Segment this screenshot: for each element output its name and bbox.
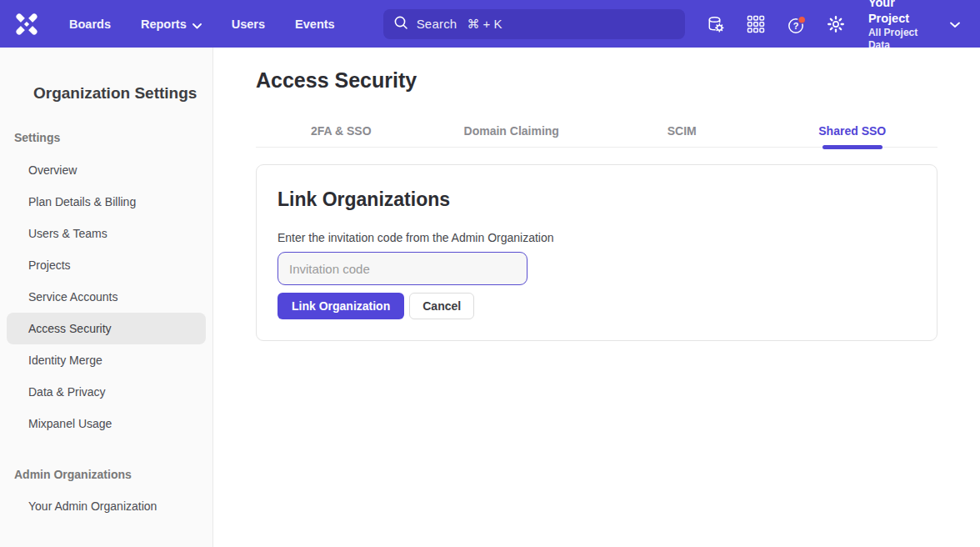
nav-item-boards[interactable]: Boards xyxy=(69,18,111,31)
link-organization-button[interactable]: Link Organization xyxy=(278,293,404,319)
tab-label: Domain Claiming xyxy=(464,124,559,138)
search-placeholder: Search xyxy=(417,17,458,31)
top-navigation: Boards Reports Users Events xyxy=(69,17,365,32)
sidebar-item-label: Overview xyxy=(28,163,77,177)
invitation-code-input[interactable] xyxy=(278,252,528,285)
sidebar-item-label: Data & Privacy xyxy=(28,385,106,399)
active-tab-underline xyxy=(822,145,882,149)
settings-gear-icon[interactable] xyxy=(827,15,845,33)
nav-label: Events xyxy=(295,18,335,31)
settings-sidebar: Organization Settings Settings Overview … xyxy=(0,48,213,547)
sidebar-item-label: Identity Merge xyxy=(28,354,102,367)
tab-label: SCIM xyxy=(668,124,697,138)
section-label-admin-organizations: Admin Organizations xyxy=(14,468,212,484)
invitation-code-label: Enter the invitation code from the Admin… xyxy=(278,231,916,244)
nav-label: Boards xyxy=(69,18,111,31)
sidebar-item-data-privacy[interactable]: Data & Privacy xyxy=(7,376,206,408)
chevron-down-icon xyxy=(192,18,202,32)
nav-item-reports[interactable]: Reports xyxy=(141,17,202,32)
sidebar-item-users-teams[interactable]: Users & Teams xyxy=(7,218,206,249)
sidebar-item-access-security[interactable]: Access Security xyxy=(7,313,206,344)
tab-domain-claiming[interactable]: Domain Claiming xyxy=(427,114,598,147)
cancel-button[interactable]: Cancel xyxy=(409,293,474,319)
sidebar-item-label: Users & Teams xyxy=(28,227,108,240)
sidebar-item-label: Access Security xyxy=(28,322,112,335)
nav-label: Users xyxy=(232,18,265,31)
project-switcher[interactable]: Your Project All Project Data xyxy=(868,0,960,53)
tab-2fa-sso[interactable]: 2FA & SSO xyxy=(256,114,427,147)
link-organizations-card: Link Organizations Enter the invitation … xyxy=(256,164,938,341)
topbar-actions: ? Your Project xyxy=(685,0,960,53)
search-icon xyxy=(393,15,408,33)
search-input[interactable]: Search ⌘ + K xyxy=(383,9,685,39)
sidebar-title: Organization Settings xyxy=(33,84,212,103)
card-title: Link Organizations xyxy=(278,188,916,211)
tab-label: 2FA & SSO xyxy=(311,124,372,138)
sidebar-item-label: Service Accounts xyxy=(28,290,118,304)
sidebar-item-label: Mixpanel Usage xyxy=(28,417,112,430)
tab-shared-sso[interactable]: Shared SSO xyxy=(768,114,938,147)
tab-bar: 2FA & SSO Domain Claiming SCIM Shared SS… xyxy=(256,114,938,148)
mixpanel-logo-icon[interactable] xyxy=(13,11,40,38)
main-content: Access Security 2FA & SSO Domain Claimin… xyxy=(213,48,980,547)
admin-org-nav-list: Your Admin Organization xyxy=(0,490,212,522)
chevron-down-icon xyxy=(950,17,960,32)
page-title: Access Security xyxy=(256,68,938,93)
sidebar-item-label: Your Admin Organization xyxy=(28,499,157,513)
notification-dot xyxy=(798,16,806,23)
sidebar-item-label: Projects xyxy=(28,258,71,272)
app-body: Organization Settings Settings Overview … xyxy=(0,48,980,547)
sidebar-item-mixpanel-usage[interactable]: Mixpanel Usage xyxy=(7,408,206,439)
tab-label: Shared SSO xyxy=(818,124,886,138)
nav-item-events[interactable]: Events xyxy=(295,18,335,31)
project-meta: Your Project All Project Data xyxy=(868,0,937,53)
nav-item-users[interactable]: Users xyxy=(232,18,265,31)
search-shortcut: ⌘ + K xyxy=(467,17,502,32)
tab-scim[interactable]: SCIM xyxy=(597,114,768,147)
sidebar-item-plan-details-billing[interactable]: Plan Details & Billing xyxy=(7,186,206,218)
sidebar-item-your-admin-organization[interactable]: Your Admin Organization xyxy=(7,490,206,522)
sidebar-item-service-accounts[interactable]: Service Accounts xyxy=(7,281,206,313)
topbar: Boards Reports Users Events Search ⌘ + K xyxy=(0,0,980,48)
sidebar-item-label: Plan Details & Billing xyxy=(28,195,136,208)
project-name: Your Project xyxy=(868,0,937,27)
sidebar-item-projects[interactable]: Projects xyxy=(7,249,206,281)
nav-label: Reports xyxy=(141,18,187,31)
settings-nav-list: Overview Plan Details & Billing Users & … xyxy=(0,154,212,439)
sidebar-item-overview[interactable]: Overview xyxy=(7,154,206,186)
data-management-icon[interactable] xyxy=(707,15,725,33)
sidebar-item-identity-merge[interactable]: Identity Merge xyxy=(7,344,206,376)
button-row: Link Organization Cancel xyxy=(278,293,916,319)
section-label-settings: Settings xyxy=(14,131,212,148)
apps-grid-icon[interactable] xyxy=(747,15,765,33)
svg-text:?: ? xyxy=(793,21,799,31)
help-icon[interactable]: ? xyxy=(787,15,805,33)
